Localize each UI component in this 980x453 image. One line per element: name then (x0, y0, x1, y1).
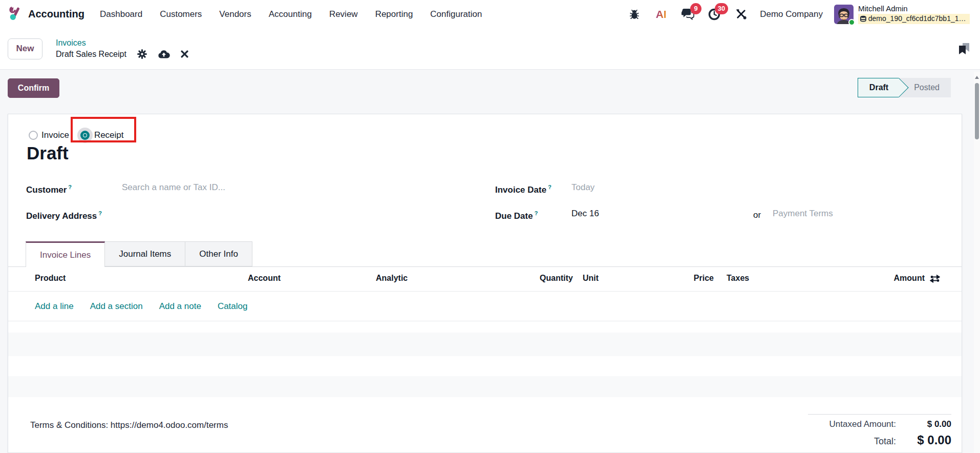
invoice-date-label: Invoice Date? (495, 184, 551, 195)
col-quantity[interactable]: Quantity (522, 274, 573, 283)
col-account[interactable]: Account (248, 274, 281, 283)
total-label: Total: (874, 436, 896, 447)
scroll-up-arrow[interactable] (975, 76, 979, 79)
breadcrumb: Invoices Draft Sales Receipt (56, 37, 188, 59)
bookmark-icon[interactable] (958, 43, 970, 55)
menu-configuration[interactable]: Configuration (430, 9, 482, 19)
total-value: $ 0.00 (896, 433, 951, 447)
menu-customers[interactable]: Customers (160, 9, 202, 19)
optional-columns-icon[interactable] (930, 274, 940, 286)
user-menu[interactable]: Mitchell Admin demo_190_cf6cd1dc7bb1_176… (834, 4, 970, 24)
menu-dashboard[interactable]: Dashboard (100, 9, 142, 19)
tab-journal-items[interactable]: Journal Items (105, 241, 185, 266)
app-name: Accounting (28, 8, 84, 20)
due-date-label: Due Date? (495, 210, 538, 221)
catalog-link[interactable]: Catalog (218, 301, 248, 312)
col-unit[interactable]: Unit (583, 274, 599, 283)
form-view: Confirm Draft Posted Invoice Receipt Dra… (0, 70, 980, 453)
delivery-address-label: Delivery Address? (26, 210, 102, 221)
app-switcher[interactable]: Accounting (8, 6, 84, 23)
empty-row-stripe (8, 333, 962, 356)
or-label: or (753, 210, 761, 220)
terms-and-conditions: Terms & Conditions: https://demo4.odoo.c… (30, 420, 228, 430)
document-type-radio-group: Invoice Receipt (29, 127, 124, 144)
messages-icon[interactable]: 9 (680, 7, 695, 22)
delivery-address-help: ? (98, 210, 102, 216)
invoice-date-input[interactable] (571, 182, 699, 193)
menu-review[interactable]: Review (329, 9, 358, 19)
invoice-radio-label[interactable]: Invoice (41, 130, 69, 140)
due-date-help: ? (535, 210, 538, 216)
notebook-tabs: Invoice Lines Journal Items Other Info (8, 241, 962, 267)
tools-icon[interactable] (733, 7, 749, 22)
save-cloud-icon[interactable] (158, 50, 170, 59)
customer-help: ? (68, 184, 72, 190)
scrollbar-thumb[interactable] (975, 83, 979, 139)
add-a-note-link[interactable]: Add a note (159, 301, 201, 312)
bug-report-icon[interactable] (627, 7, 642, 22)
col-taxes[interactable]: Taxes (727, 274, 749, 283)
messages-badge: 9 (690, 3, 701, 14)
receipt-radio-label[interactable]: Receipt (94, 130, 124, 140)
col-product[interactable]: Product (35, 274, 66, 283)
status-stepper: Draft Posted (858, 78, 951, 97)
vertical-scrollbar[interactable] (974, 72, 980, 453)
invoice-date-help: ? (548, 184, 551, 190)
untaxed-amount-label: Untaxed Amount: (829, 419, 896, 429)
user-name: Mitchell Admin (858, 4, 970, 14)
invoice-radio[interactable] (29, 131, 38, 140)
breadcrumb-invoices-link[interactable]: Invoices (56, 37, 188, 49)
receipt-radio[interactable] (80, 131, 90, 140)
database-name: demo_190_cf6cd1dc7bb1_1765… (868, 14, 968, 24)
breadcrumb-current: Draft Sales Receipt (56, 49, 126, 60)
menu-accounting[interactable]: Accounting (269, 9, 312, 19)
totals-block: Untaxed Amount: $ 0.00 Total: $ 0.00 (808, 414, 951, 451)
untaxed-amount-value: $ 0.00 (896, 419, 951, 429)
online-status-dot (848, 19, 855, 26)
control-panel: New Invoices Draft Sales Receipt (0, 28, 980, 70)
company-selector[interactable]: Demo Company (760, 9, 823, 19)
database-badge: demo_190_cf6cd1dc7bb1_1765… (858, 14, 970, 24)
payment-terms-input[interactable] (773, 209, 916, 219)
odoo-accounting-screen: Accounting Dashboard Customers Vendors A… (0, 0, 980, 453)
invoice-lines-table-header: Product Account Analytic Quantity Unit P… (8, 267, 962, 292)
line-actions-row: Add a line Add a section Add a note Cata… (8, 292, 962, 321)
due-date-input[interactable] (571, 209, 699, 219)
record-title: Draft (27, 143, 69, 163)
main-menu: Dashboard Customers Vendors Accounting R… (100, 9, 482, 19)
database-icon (860, 15, 866, 23)
settings-gear-icon[interactable] (137, 49, 147, 59)
customer-input[interactable] (122, 182, 291, 193)
customer-label: Customer? (26, 184, 72, 195)
col-price[interactable]: Price (673, 274, 714, 283)
invoice-sheet: Invoice Receipt Draft Customer? Delivery… (8, 114, 962, 453)
tab-other-info[interactable]: Other Info (185, 241, 252, 266)
discard-x-icon[interactable] (181, 50, 188, 58)
activities-clock-icon[interactable]: 30 (707, 7, 722, 22)
confirm-button[interactable]: Confirm (8, 78, 59, 98)
tab-invoice-lines[interactable]: Invoice Lines (26, 241, 105, 267)
activities-badge: 30 (715, 3, 728, 14)
top-navbar: Accounting Dashboard Customers Vendors A… (0, 0, 980, 28)
accounting-app-icon (8, 6, 24, 23)
status-draft[interactable]: Draft (858, 78, 899, 97)
menu-vendors[interactable]: Vendors (219, 9, 251, 19)
col-amount[interactable]: Amount (874, 274, 925, 283)
navbar-right: AI 9 30 (627, 4, 970, 24)
menu-reporting[interactable]: Reporting (375, 9, 413, 19)
ai-icon[interactable]: AI (653, 7, 669, 22)
add-a-section-link[interactable]: Add a section (90, 301, 143, 312)
col-analytic[interactable]: Analytic (376, 274, 408, 283)
add-a-line-link[interactable]: Add a line (35, 301, 74, 312)
avatar (834, 5, 854, 24)
empty-row-stripe (8, 376, 962, 397)
new-button[interactable]: New (8, 38, 42, 59)
